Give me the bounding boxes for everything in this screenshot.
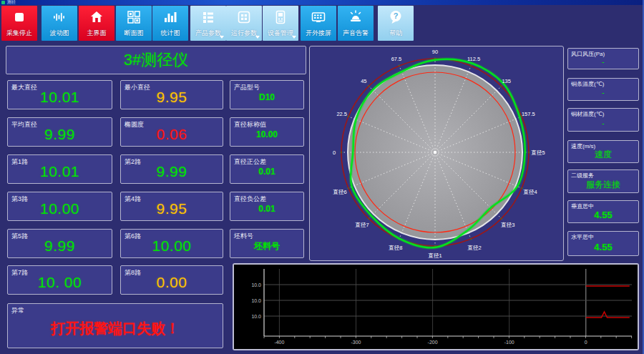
x-tick-label: -400 [274,340,284,345]
x-tick-label: 0 [585,340,587,345]
toolbar-button-external-screen[interactable]: 开外接屏 [301,6,336,41]
toolbar-button-run-params[interactable]: 运行参数 [226,6,262,41]
field-value: 4.55 [594,242,612,252]
sidebar-field-speed: 速度(m/s)速度 [567,140,639,163]
diameter-label: 直径6 [332,189,346,195]
toolbar-button-label: 采集停止 [1,29,37,38]
toolbar-button-device-management[interactable]: 设备管理 [263,6,298,41]
toolbar-button-label: 断面图 [116,29,152,38]
y-tick-label: 10.0 [251,282,261,287]
field-channel-1: 第1路10.01 [7,154,112,184]
window-title: 测径 [7,0,16,5]
field-billet-number: 坯料号坯料号 [230,229,304,258]
diameter-label: 直径4 [522,189,537,195]
angle-label: 67.5 [391,56,402,62]
page-title: 3#测径仪 [124,49,188,71]
stop-icon [11,9,27,25]
field-max-diameter: 最大直径10.01 [7,80,112,109]
field-value: D10 [232,87,302,108]
sidebar-field-horizontal-centering: 水平居中4.55 [567,231,639,256]
angle-label: 90 [432,49,438,55]
toolbar-button-help[interactable]: ?帮助 [378,6,414,41]
cross-section-polar-chart: 022.54567.590112.5135157.5直径1直径2直径3直径4直径… [309,46,564,261]
field-ovality: 椭圆度0.06 [120,117,223,147]
field-value: 服务连接 [586,179,620,191]
diameter-label: 直径1 [427,252,441,259]
diameter-label: 直径8 [388,245,402,251]
toolbar-button-product-params[interactable]: 产品参数 [190,6,226,41]
barchart-icon [162,9,178,25]
field-channel-8: 第8路0.00 [120,265,223,295]
device-icon [273,9,288,25]
field-channel-7: 第7路10. 00 [7,265,112,295]
field-value: 10.01 [9,87,110,108]
field-value: 10.00 [232,124,302,145]
svg-text:?: ? [394,11,399,20]
field-value: 0.01 [232,198,302,220]
field-value: 10. 00 [9,272,110,293]
toolbar-button-main-screen[interactable]: 主界面 [79,6,114,41]
field-value: 9.95 [122,198,221,220]
field-value: 坯料号 [232,235,302,257]
toolbar-button-stop-collection[interactable]: 采集停止 [1,6,37,41]
toolbar-button-sound-alarm[interactable]: 声音告警 [338,6,374,41]
field-alarm-status: 异常打开报警端口失败！ [7,303,223,348]
field-value: 0.01 [232,161,302,182]
home-icon [89,9,104,25]
alarm-icon [348,9,364,25]
field-value: 9.95 [122,87,221,108]
toolbar-button-label: 统计图 [152,29,188,38]
section-icon [126,9,142,25]
y-tick-label: 10.0 [251,298,261,303]
gauge-title-box: 3#测径仪 [6,46,306,74]
diameter-label: 直径7 [355,222,369,228]
field-value: - [602,89,604,97]
field-value: 0.00 [122,272,221,293]
field-value: 10.00 [9,198,110,220]
field-diameter-plus-tolerance: 直径正公差0.01 [230,154,304,184]
window-titlebar: 测径 [0,0,644,5]
help-icon: ? [388,9,404,25]
field-value: - [602,119,604,127]
sidebar-field-secondary-service: 二级服务服务连接 [567,169,639,193]
toolbar-button-label: 主界面 [79,29,114,38]
polar-chart-svg: 022.54567.590112.5135157.5直径1直径2直径3直径4直径… [310,46,563,260]
y-tick-label: 10.0 [251,314,261,319]
toolbar-button-section-chart[interactable]: 断面图 [116,6,152,41]
angle-label: 112.5 [467,56,480,62]
diameter-label: 直径2 [467,245,482,251]
field-value: 10.01 [9,161,110,182]
field-channel-4: 第4路9.95 [120,192,223,221]
diameter-label: 直径5 [530,149,545,156]
toolbar-button-label: 帮助 [378,29,414,38]
sidebar-field-air-pressure: 风口风压(Pa)- [567,48,639,69]
angle-label: 135 [502,78,511,84]
toolbar-button-wave-chart[interactable]: 波动图 [42,6,77,41]
field-value: 0.06 [122,124,221,145]
dropdown-arrow-icon [292,36,296,39]
field-product-model: 产品型号D10 [230,80,304,109]
trend-chart-svg: -400-300-200-100010.010.010.0 [234,265,638,349]
sidebar-field-vertical-centering: 垂直居中4.55 [567,200,639,223]
toolbar-button-label: 开外接屏 [301,29,336,38]
field-value: 速度 [595,149,612,161]
angle-label: 45 [361,78,366,84]
toolbar: 采集停止波动图主界面断面图统计图产品参数运行参数设备管理开外接屏声音告警?帮助 [0,6,644,41]
field-value: 打开报警端口失败！ [9,310,221,347]
toolbar-button-statistics-chart[interactable]: 统计图 [152,6,188,41]
field-value: 9.99 [9,235,110,257]
sidebar-field-copper-material-temperature: 铜材温度(℃)- [567,108,639,132]
angle-label: 157.5 [522,111,535,117]
field-diameter-minus-tolerance: 直径负公差0.01 [230,192,304,221]
toolbar-button-label: 波动图 [42,29,77,38]
field-channel-2: 第2路9.99 [120,154,223,184]
field-nominal-diameter: 直径标称值10.00 [230,117,304,147]
run-params-icon [236,9,252,25]
sidebar-field-copper-bar-temperature: 铜条温度(℃)- [567,78,639,101]
field-avg-diameter: 平均直径9.99 [7,117,112,147]
trend-chart: -400-300-200-100010.010.010.0 [233,263,639,350]
external-screen-icon [311,9,326,25]
angle-label: 22.5 [336,111,347,117]
app-icon [1,1,5,4]
field-value: 4.55 [594,210,612,220]
